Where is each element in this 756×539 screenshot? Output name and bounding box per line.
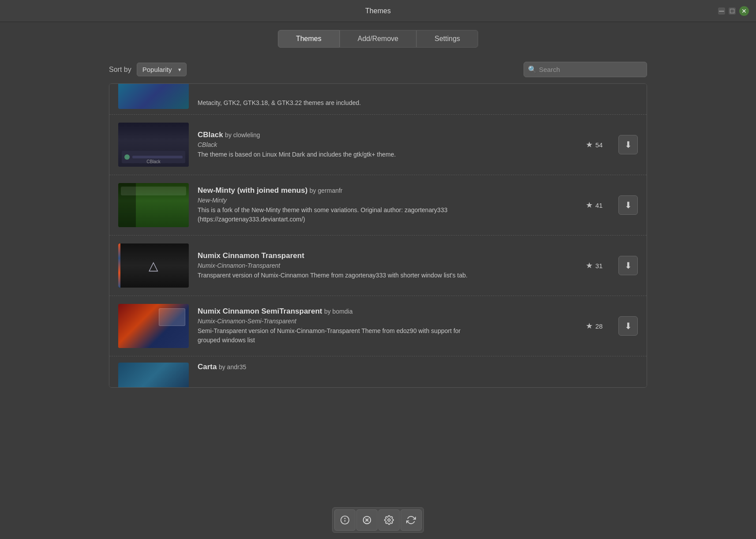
close-button[interactable]: ✕: [739, 6, 749, 16]
tab-add-remove[interactable]: Add/Remove: [340, 30, 417, 48]
theme-info-newminty: New-Minty (with joined menus) by germanf…: [198, 186, 570, 224]
download-button-newminty[interactable]: ⬇: [618, 195, 638, 215]
toolbar: Sort by Popularity Name Date 🔍: [91, 56, 665, 83]
star-icon: ★: [586, 261, 593, 270]
bottom-actions: [332, 507, 424, 533]
maximize-button[interactable]: □: [729, 7, 736, 15]
partial-thumb-top: [118, 84, 189, 109]
theme-name-cblack: CBlack by clowleling: [198, 131, 570, 139]
star-icon: ★: [586, 140, 593, 150]
star-icon: ★: [586, 200, 593, 210]
list-item: Numix Cinnamon SemiTransparent by bomdia…: [109, 296, 647, 356]
sort-area: Sort by Popularity Name Date: [109, 63, 187, 76]
theme-thumbnail-newminty: [118, 183, 189, 227]
theme-desc-numix-trans: Transparent version of Numix-Cinnamon Th…: [198, 271, 471, 280]
list-item: CBlack CBlack by clowleling CBlack The t…: [109, 115, 647, 175]
theme-info-numix-semi: Numix Cinnamon SemiTransparent by bomdia…: [198, 307, 570, 345]
window-controls: ─ □ ✕: [718, 6, 749, 16]
theme-item-partial-bottom: Carta by andr35: [109, 356, 647, 387]
theme-name-numix-semi: Numix Cinnamon SemiTransparent by bomdia: [198, 307, 570, 316]
list-item: New-Minty (with joined menus) by germanf…: [109, 175, 647, 236]
theme-name-carta: Carta by andr35: [198, 363, 638, 371]
title-bar: Themes ─ □ ✕: [0, 0, 756, 22]
partial-thumb-bottom: [118, 363, 189, 387]
info-button[interactable]: [334, 509, 356, 531]
theme-rating-numix-semi: ★ 28: [579, 321, 610, 331]
refresh-button[interactable]: [400, 509, 422, 531]
theme-thumbnail-numix-trans: △: [118, 243, 189, 288]
search-input[interactable]: [524, 62, 647, 77]
bottom-bar: [91, 501, 665, 539]
svg-point-6: [388, 519, 390, 521]
theme-info-carta: Carta by andr35: [198, 363, 638, 371]
download-button-numix-semi[interactable]: ⬇: [618, 316, 638, 336]
theme-slug-numix-trans: Numix-Cinnamon-Transparent: [198, 262, 570, 269]
theme-rating-cblack: ★ 54: [579, 140, 610, 150]
minimize-button[interactable]: ─: [718, 7, 725, 15]
remove-button[interactable]: [356, 509, 378, 531]
theme-slug-cblack: CBlack: [198, 141, 570, 148]
theme-desc-newminty: This is a fork of the New-Minty theme wi…: [198, 206, 471, 224]
tab-bar: Themes Add/Remove Settings: [0, 22, 756, 56]
theme-name-numix-trans: Numix Cinnamon Transparent: [198, 251, 570, 260]
search-icon: 🔍: [528, 65, 537, 74]
theme-thumbnail-numix-semi: [118, 304, 189, 348]
theme-slug-newminty: New-Minty: [198, 197, 570, 204]
settings-button[interactable]: [378, 509, 400, 531]
theme-desc-numix-semi: Semi-Transparent version of Numix-Cinnam…: [198, 326, 471, 345]
partial-desc-top: Metacity, GTK2, GTK3.18, & GTK3.22 theme…: [198, 99, 361, 109]
window-title: Themes: [365, 7, 391, 15]
theme-thumbnail-cblack: CBlack: [118, 123, 189, 167]
tab-settings[interactable]: Settings: [416, 30, 478, 48]
theme-list: Metacity, GTK2, GTK3.18, & GTK3.22 theme…: [109, 83, 647, 388]
sort-select[interactable]: Popularity Name Date: [137, 63, 187, 76]
theme-desc-cblack: The theme is based on Linux Mint Dark an…: [198, 150, 471, 159]
download-button-numix-trans[interactable]: ⬇: [618, 256, 638, 275]
download-button-cblack[interactable]: ⬇: [618, 135, 638, 154]
theme-rating-newminty: ★ 41: [579, 200, 610, 210]
list-item: △ Numix Cinnamon Transparent Numix-Cinna…: [109, 236, 647, 296]
sort-label: Sort by: [109, 66, 131, 74]
main-content: Metacity, GTK2, GTK3.18, & GTK3.22 theme…: [91, 83, 665, 501]
sort-wrapper: Popularity Name Date: [137, 63, 187, 76]
theme-rating-numix-trans: ★ 31: [579, 261, 610, 270]
theme-info-cblack: CBlack by clowleling CBlack The theme is…: [198, 131, 570, 159]
theme-slug-numix-semi: Numix-Cinnamon-Semi-Transparent: [198, 318, 570, 325]
star-icon: ★: [586, 321, 593, 331]
theme-info-numix-trans: Numix Cinnamon Transparent Numix-Cinnamo…: [198, 251, 570, 280]
theme-item-partial-top: Metacity, GTK2, GTK3.18, & GTK3.22 theme…: [109, 84, 647, 115]
theme-name-newminty: New-Minty (with joined menus) by germanf…: [198, 186, 570, 195]
tab-themes[interactable]: Themes: [278, 30, 340, 48]
search-wrapper: 🔍: [524, 62, 647, 77]
